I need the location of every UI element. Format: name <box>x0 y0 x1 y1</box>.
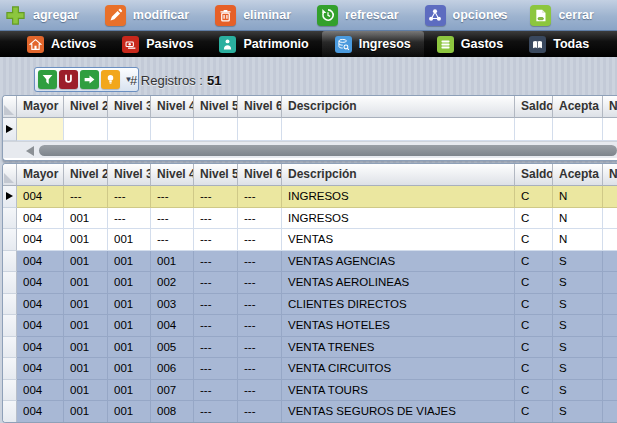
cell-descripcion[interactable]: VENTA CIRCUITOS <box>282 358 515 380</box>
export-arrow-icon[interactable] <box>80 70 99 89</box>
cell-nivel6[interactable]: --- <box>238 358 282 380</box>
cell-mayor[interactable]: 004 <box>17 251 64 273</box>
column-header-nivel4[interactable]: Nivel 4 <box>151 164 194 186</box>
cell-extra[interactable] <box>603 294 617 316</box>
column-header-acepta[interactable]: Acepta <box>553 96 603 118</box>
cell-nivel2[interactable]: 001 <box>64 294 108 316</box>
tab-todas[interactable]: Todas <box>516 31 602 57</box>
cell-saldo[interactable]: C <box>515 272 553 294</box>
column-header-descripcion[interactable]: Descripción <box>282 164 515 186</box>
tab-pasivos[interactable]: Pasivos <box>109 31 206 57</box>
table-row[interactable]: 004001001002------VENTAS AEROLINEASCS <box>3 272 617 294</box>
cell-mayor[interactable]: 004 <box>17 358 64 380</box>
table-row[interactable]: 004001001003------CLIENTES DIRECTOSCS <box>3 294 617 316</box>
table-row[interactable]: 004001------------INGRESOSCN <box>3 208 617 230</box>
column-header-extra[interactable]: N <box>603 164 617 186</box>
horizontal-scrollbar[interactable] <box>3 141 617 158</box>
cell-mayor[interactable]: 004 <box>17 208 64 230</box>
filter-cell-descripcion[interactable] <box>282 118 515 141</box>
filter-cell-acepta[interactable] <box>553 118 603 141</box>
cell-mayor[interactable]: 004 <box>17 401 64 423</box>
cell-saldo[interactable]: C <box>515 380 553 402</box>
cell-extra[interactable] <box>603 272 617 294</box>
cell-saldo[interactable]: C <box>515 251 553 273</box>
cell-mayor[interactable]: 004 <box>17 229 64 251</box>
cell-nivel4[interactable]: --- <box>151 229 194 251</box>
tab-gastos[interactable]: Gastos <box>424 31 516 57</box>
cell-nivel3[interactable]: 001 <box>108 251 151 273</box>
cell-saldo[interactable]: C <box>515 229 553 251</box>
cell-nivel5[interactable]: --- <box>194 315 238 337</box>
cell-acepta[interactable]: N <box>553 208 603 230</box>
reset-icon[interactable] <box>59 70 78 89</box>
table-row[interactable]: 004001001---------VENTASCN <box>3 229 617 251</box>
table-row[interactable]: 004001001007------VENTA TOURSCS <box>3 380 617 402</box>
cell-nivel4[interactable]: 005 <box>151 337 194 359</box>
cell-acepta[interactable]: S <box>553 294 603 316</box>
cell-acepta[interactable]: N <box>553 186 603 208</box>
cell-extra[interactable] <box>603 401 617 423</box>
chevron-down-icon[interactable]: ▼ <box>495 10 504 20</box>
filter-row[interactable] <box>3 118 617 141</box>
cell-descripcion[interactable]: VENTA TRENES <box>282 337 515 359</box>
cell-nivel2[interactable]: 001 <box>64 380 108 402</box>
cell-acepta[interactable]: S <box>553 337 603 359</box>
cell-nivel3[interactable]: --- <box>108 208 151 230</box>
tab-activos[interactable]: Activos <box>14 31 109 57</box>
cell-nivel3[interactable]: 001 <box>108 337 151 359</box>
cell-nivel3[interactable]: 001 <box>108 294 151 316</box>
refresh-button[interactable]: refrescar <box>317 5 399 26</box>
cell-extra[interactable] <box>603 208 617 230</box>
column-header-extra[interactable]: N <box>603 96 617 118</box>
cell-acepta[interactable]: S <box>553 401 603 423</box>
cell-descripcion[interactable]: INGRESOS <box>282 208 515 230</box>
cell-saldo[interactable]: C <box>515 186 553 208</box>
cell-descripcion[interactable]: CLIENTES DIRECTOS <box>282 294 515 316</box>
row-indicator[interactable] <box>3 229 17 251</box>
cell-acepta[interactable]: S <box>553 315 603 337</box>
cell-descripcion[interactable]: VENTA TOURS <box>282 380 515 402</box>
filter-icon[interactable] <box>38 70 57 89</box>
cell-nivel2[interactable]: 001 <box>64 337 108 359</box>
cell-nivel6[interactable]: --- <box>238 401 282 423</box>
cell-nivel2[interactable]: 001 <box>64 229 108 251</box>
row-indicator[interactable] <box>3 272 17 294</box>
cell-nivel6[interactable]: --- <box>238 229 282 251</box>
cell-nivel5[interactable]: --- <box>194 251 238 273</box>
table-row[interactable]: 004001001005------VENTA TRENESCS <box>3 337 617 359</box>
cell-extra[interactable] <box>603 251 617 273</box>
cell-descripcion[interactable]: INGRESOS <box>282 186 515 208</box>
cell-nivel2[interactable]: 001 <box>64 315 108 337</box>
column-header-nivel2[interactable]: Nivel 2 <box>64 96 108 118</box>
cell-acepta[interactable]: S <box>553 380 603 402</box>
cell-saldo[interactable]: C <box>515 294 553 316</box>
cell-nivel6[interactable]: --- <box>238 380 282 402</box>
cell-nivel6[interactable]: --- <box>238 315 282 337</box>
cell-nivel2[interactable]: 001 <box>64 272 108 294</box>
cell-nivel2[interactable]: 001 <box>64 401 108 423</box>
lightbulb-icon[interactable] <box>101 70 120 89</box>
cell-nivel3[interactable]: 001 <box>108 380 151 402</box>
cell-extra[interactable] <box>603 358 617 380</box>
cell-mayor[interactable]: 004 <box>17 186 64 208</box>
cell-saldo[interactable]: C <box>515 337 553 359</box>
cell-nivel4[interactable]: 008 <box>151 401 194 423</box>
cell-nivel5[interactable]: --- <box>194 380 238 402</box>
cell-nivel6[interactable]: --- <box>238 272 282 294</box>
cell-nivel4[interactable]: 003 <box>151 294 194 316</box>
modify-button[interactable]: modificar <box>105 5 189 26</box>
cell-extra[interactable] <box>603 229 617 251</box>
column-header-nivel2[interactable]: Nivel 2 <box>64 164 108 186</box>
cell-nivel3[interactable]: 001 <box>108 401 151 423</box>
cell-extra[interactable] <box>603 380 617 402</box>
cell-mayor[interactable]: 004 <box>17 294 64 316</box>
table-row[interactable]: 004001001008------VENTAS SEGUROS DE VIAJ… <box>3 401 617 423</box>
cell-nivel6[interactable]: --- <box>238 186 282 208</box>
row-indicator[interactable] <box>3 118 17 141</box>
close-button[interactable]: cerrar <box>530 5 593 26</box>
column-header-nivel6[interactable]: Nivel 6 <box>238 164 282 186</box>
cell-saldo[interactable]: C <box>515 315 553 337</box>
cell-nivel4[interactable]: 002 <box>151 272 194 294</box>
filter-cell-extra[interactable] <box>603 118 617 141</box>
cell-nivel5[interactable]: --- <box>194 337 238 359</box>
